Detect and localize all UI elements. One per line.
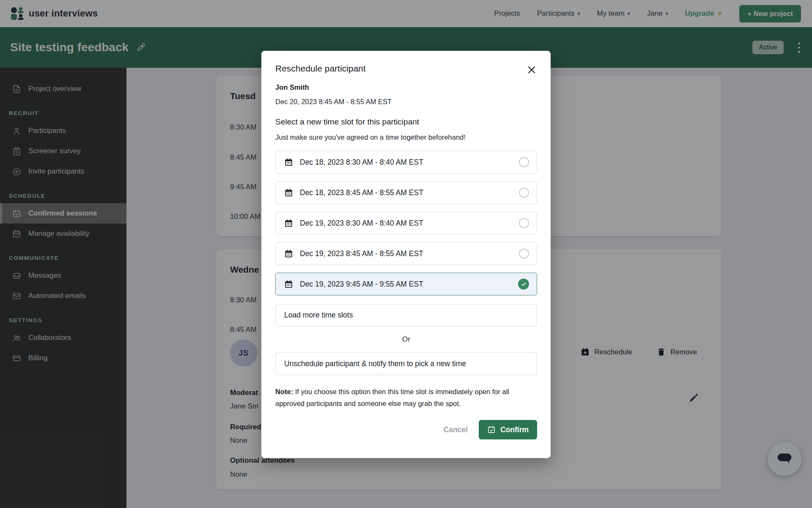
unschedule-note: Note: If you choose this option then thi…: [275, 386, 537, 409]
confirm-label: Confirm: [500, 425, 529, 434]
time-slot-option[interactable]: Dec 18, 2023 8:45 AM - 8:55 AM EST: [275, 181, 537, 204]
time-slot-label: Dec 19, 2023 9:45 AM - 9:55 AM EST: [300, 280, 423, 289]
radio-unselected[interactable]: [519, 188, 529, 198]
radio-selected-check-icon[interactable]: [518, 279, 529, 290]
radio-unselected[interactable]: [519, 218, 529, 228]
calendar-icon: [284, 219, 293, 228]
time-slot-option-selected[interactable]: Dec 19, 2023 9:45 AM - 9:55 AM EST: [275, 273, 537, 295]
participant-name: Jon Smith: [275, 83, 537, 91]
confirm-button[interactable]: Confirm: [479, 420, 537, 439]
time-slot-option[interactable]: Dec 19, 2023 8:30 AM - 8:40 AM EST: [275, 212, 537, 235]
select-slot-heading: Select a new time slot for this particip…: [275, 117, 537, 127]
time-slot-label: Dec 18, 2023 8:30 AM - 8:40 AM EST: [300, 158, 423, 167]
current-time-slot: Dec 20, 2023 8:45 AM - 8:55 AM EST: [275, 98, 537, 106]
calendar-icon: [284, 158, 293, 167]
modal-title: Reschedule participant: [275, 64, 366, 74]
time-slot-list: Dec 18, 2023 8:30 AM - 8:40 AM EST Dec 1…: [275, 151, 537, 295]
close-icon[interactable]: [526, 64, 537, 75]
time-slot-label: Dec 19, 2023 8:30 AM - 8:40 AM EST: [300, 219, 423, 228]
time-slot-label: Dec 18, 2023 8:45 AM - 8:55 AM EST: [300, 188, 423, 197]
unschedule-participant-button[interactable]: Unschedule participant & notify them to …: [275, 352, 537, 375]
time-slot-label: Dec 19, 2023 8:45 AM - 8:55 AM EST: [300, 249, 423, 258]
time-slot-option[interactable]: Dec 19, 2023 8:45 AM - 8:55 AM EST: [275, 242, 537, 265]
app-window: user interviews Projects Participants▾ M…: [0, 0, 812, 508]
calendar-icon: [284, 280, 293, 289]
radio-unselected[interactable]: [519, 157, 529, 167]
or-separator: Or: [275, 335, 537, 344]
note-text: If you choose this option then this time…: [275, 388, 509, 407]
calendar-check-icon: [487, 425, 496, 434]
calendar-icon: [284, 249, 293, 258]
note-label: Note:: [275, 388, 293, 395]
cancel-button[interactable]: Cancel: [444, 425, 468, 434]
calendar-icon: [284, 188, 293, 197]
select-slot-hint: Just make sure you've agreed on a time t…: [275, 133, 537, 141]
time-slot-option[interactable]: Dec 18, 2023 8:30 AM - 8:40 AM EST: [275, 151, 537, 174]
load-more-time-slots-button[interactable]: Load more time slots: [275, 304, 537, 326]
reschedule-participant-modal: Reschedule participant Jon Smith Dec 20,…: [261, 51, 551, 458]
radio-unselected[interactable]: [519, 248, 529, 259]
